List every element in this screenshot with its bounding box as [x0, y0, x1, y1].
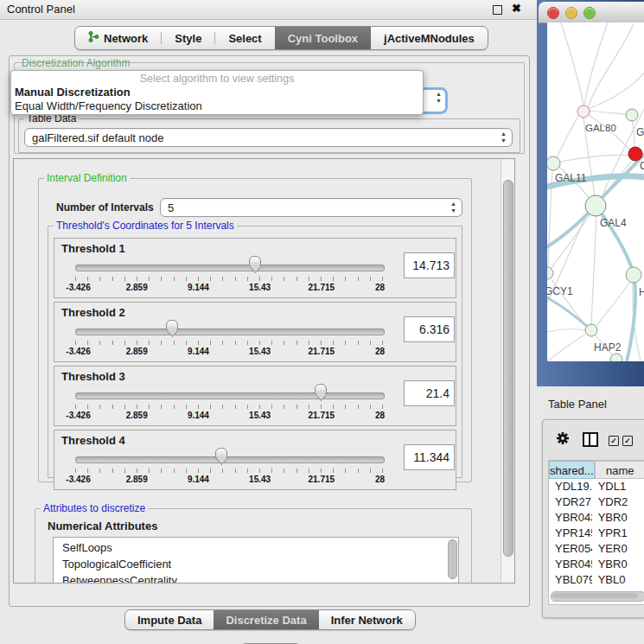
number-of-intervals-combobox[interactable]: 5 ▲▼ [160, 198, 462, 217]
table-row[interactable]: YER054CYER0 [549, 541, 644, 557]
tick-label: 15.43 [249, 411, 271, 420]
cell[interactable]: YPR1 [592, 526, 644, 541]
close-traffic-light-icon[interactable] [547, 7, 559, 19]
network-canvas[interactable]: GAL80 GA C GAL11 GAL4 GCY1 H HAP2 [547, 22, 644, 361]
dropdown-hint-item[interactable]: Select algorithm to view settings [11, 71, 423, 86]
threshold-2-panel: Threshold 2 -3.426 2.859 9.144 15.43 [54, 302, 456, 362]
combobox-arrows-icon[interactable]: ▲▼ [450, 201, 456, 214]
slider-thumb-icon[interactable] [315, 384, 327, 400]
tab-style[interactable]: Style [162, 27, 214, 49]
slider-track[interactable] [75, 265, 385, 271]
slider-track[interactable] [75, 456, 385, 463]
number-of-intervals-label: Number of Intervals [56, 201, 154, 214]
cell[interactable]: YBR0 [592, 510, 644, 526]
control-panel-titlebar: Control Panel ✖ [0, 0, 537, 20]
split-columns-icon[interactable] [583, 432, 598, 447]
node-red [628, 147, 642, 161]
cell[interactable]: YDR2 [592, 494, 644, 510]
gear-icon[interactable] [555, 430, 571, 450]
list-item[interactable]: SelfLoops [62, 539, 458, 556]
tab-cyni-toolbox[interactable]: Cyni Toolbox [275, 27, 371, 49]
threshold-4-value-field[interactable]: 11.344 [404, 444, 455, 470]
network-view-window: GAL80 GA C GAL11 GAL4 GCY1 H HAP2 [537, 0, 644, 386]
cell[interactable]: YIL052C [549, 603, 592, 605]
node-label-ga-partial: GA [636, 126, 644, 138]
checkbox-icon[interactable]: ✓ [609, 436, 619, 446]
cell[interactable]: YBL0 [592, 572, 644, 588]
horizontal-scrollbar[interactable] [551, 591, 644, 602]
float-window-icon[interactable] [493, 5, 502, 15]
cell[interactable]: YBR043C [549, 510, 592, 526]
threshold-1-slider[interactable]: -3.426 2.859 9.144 15.43 21.715 28 [75, 261, 386, 292]
cell[interactable]: YDL1 [592, 479, 644, 494]
tick-label: -3.426 [66, 411, 90, 420]
tick-label: 21.715 [309, 283, 335, 292]
list-scrollbar[interactable] [448, 539, 457, 579]
slider-track[interactable] [75, 392, 385, 399]
table-row[interactable]: YIL052CYIL0 [549, 603, 644, 605]
cell[interactable]: YDR27... [549, 494, 592, 510]
table-data-combobox[interactable]: galFiltered.sif default node ▲▼ [24, 128, 513, 147]
bottom-mode-tabs: Impute Data Discretize Data Infer Networ… [124, 609, 416, 630]
combobox-arrows-icon[interactable]: ▲▼ [436, 91, 442, 105]
cell[interactable]: YDL19... [549, 479, 592, 494]
tick-label: 21.715 [309, 475, 335, 484]
node-label-gcy1: GCY1 [547, 285, 573, 297]
slider-thumb-icon[interactable] [166, 320, 178, 336]
table-row[interactable]: YBR043CYBR0 [549, 510, 644, 526]
network-window-titlebar [539, 2, 644, 23]
tab-jactivemnodules[interactable]: jActiveMNodules [371, 27, 488, 49]
column-header-shared[interactable]: shared... [549, 461, 595, 479]
vertical-scrollbar[interactable] [501, 159, 514, 583]
attributes-list[interactable]: SelfLoops TopologicalCoefficient Between… [53, 537, 459, 583]
scrollbar-thumb[interactable] [552, 593, 638, 598]
tick-label: 2.859 [126, 347, 148, 356]
slider-ticks [75, 469, 384, 473]
list-item[interactable]: BetweennessCentrality [62, 572, 458, 583]
slider-track[interactable] [75, 328, 385, 335]
close-icon[interactable]: ✖ [512, 2, 521, 15]
cell[interactable]: YPR145W [549, 526, 592, 541]
threshold-3-slider[interactable]: -3.426 2.859 9.144 15.43 21.715 28 [75, 389, 386, 420]
table-row[interactable]: YPR145WYPR1 [549, 526, 644, 541]
tab-select[interactable]: Select [215, 27, 274, 49]
column-header-name[interactable]: name [595, 461, 644, 479]
dropdown-item-manual-discretization[interactable]: Manual Discretization [11, 86, 423, 99]
tab-impute-data[interactable]: Impute Data [125, 610, 214, 629]
checkbox-icon[interactable]: ✓ [622, 436, 633, 446]
threshold-2-value-field[interactable]: 6.316 [404, 316, 455, 342]
threshold-2-slider[interactable]: -3.426 2.859 9.144 15.43 21.715 28 [75, 325, 386, 356]
node-hap2 [585, 324, 597, 336]
scrollbar-thumb[interactable] [503, 180, 513, 557]
dropdown-item-equal-width[interactable]: Equal Width/Frequency Discretization [11, 99, 423, 113]
slider-thumb-icon[interactable] [215, 448, 227, 464]
cell[interactable]: YBR0 [592, 557, 644, 572]
table-row[interactable]: YDR27...YDR2 [549, 494, 644, 510]
tab-infer-network[interactable]: Infer Network [319, 610, 415, 629]
tick-label: 2.859 [126, 475, 148, 484]
tab-infer-network-label: Infer Network [331, 614, 403, 627]
cell[interactable]: YIL0 [592, 603, 644, 605]
interval-definition-group: Interval Definition Number of Intervals … [38, 178, 472, 482]
combobox-arrows-icon[interactable]: ▲▼ [501, 131, 507, 144]
threshold-1-value-field[interactable]: 14.713 [404, 252, 455, 278]
table-row[interactable]: YBR045CYBR0 [549, 557, 644, 572]
cell[interactable]: YER054C [549, 541, 592, 557]
network-edges [547, 22, 644, 361]
table-row[interactable]: YDL19...YDL1 [549, 479, 644, 494]
node-attribute-table[interactable]: shared... name YDL19...YDL1 YDR27...YDR2… [548, 460, 644, 605]
cell[interactable]: YBR045C [549, 557, 592, 572]
table-row[interactable]: YBL079WYBL0 [549, 572, 644, 588]
cell[interactable]: YBL079W [549, 572, 592, 588]
minimize-traffic-light-icon[interactable] [565, 7, 577, 19]
tab-network[interactable]: Network [75, 27, 161, 49]
tick-label: 15.43 [249, 283, 271, 292]
slider-thumb-icon[interactable] [249, 256, 261, 272]
tab-discretize-data[interactable]: Discretize Data [214, 610, 318, 629]
threshold-4-slider[interactable]: -3.426 2.859 9.144 15.43 21.715 28 [75, 453, 386, 484]
cell[interactable]: YER0 [592, 541, 644, 557]
threshold-3-value-field[interactable]: 21.4 [404, 380, 455, 406]
zoom-traffic-light-icon[interactable] [583, 7, 596, 19]
list-item[interactable]: TopologicalCoefficient [62, 556, 458, 572]
threshold-1-label: Threshold 1 [61, 242, 125, 255]
